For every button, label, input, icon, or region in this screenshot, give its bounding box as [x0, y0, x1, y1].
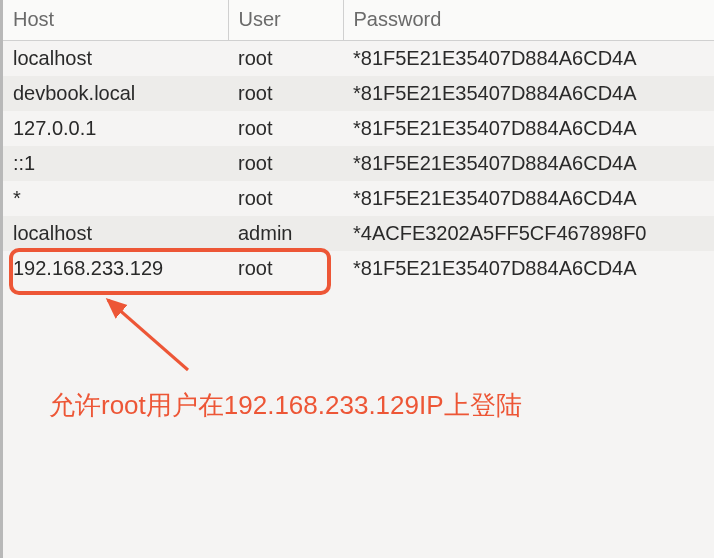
- cell-user[interactable]: root: [228, 40, 343, 76]
- cell-user[interactable]: root: [228, 76, 343, 111]
- cell-host[interactable]: 127.0.0.1: [3, 111, 228, 146]
- cell-password[interactable]: *81F5E21E35407D884A6CD4A: [343, 111, 714, 146]
- annotation-text: 允许root用户在192.168.233.129IP上登陆: [49, 388, 522, 423]
- cell-password[interactable]: *81F5E21E35407D884A6CD4A: [343, 40, 714, 76]
- svg-line-1: [108, 300, 188, 370]
- table-header-row: Host User Password: [3, 0, 714, 40]
- table-row[interactable]: ::1 root *81F5E21E35407D884A6CD4A: [3, 146, 714, 181]
- arrow-annotation-icon: [88, 290, 208, 380]
- cell-host[interactable]: ::1: [3, 146, 228, 181]
- cell-user[interactable]: root: [228, 181, 343, 216]
- table-row[interactable]: 192.168.233.129 root *81F5E21E35407D884A…: [3, 251, 714, 286]
- cell-host[interactable]: *: [3, 181, 228, 216]
- column-header-password[interactable]: Password: [343, 0, 714, 40]
- cell-password[interactable]: *81F5E21E35407D884A6CD4A: [343, 251, 714, 286]
- cell-user[interactable]: admin: [228, 216, 343, 251]
- cell-password[interactable]: *81F5E21E35407D884A6CD4A: [343, 76, 714, 111]
- cell-password[interactable]: *4ACFE3202A5FF5CF467898F0: [343, 216, 714, 251]
- table-row[interactable]: devbook.local root *81F5E21E35407D884A6C…: [3, 76, 714, 111]
- table-body: localhost root *81F5E21E35407D884A6CD4A …: [3, 40, 714, 286]
- cell-password[interactable]: *81F5E21E35407D884A6CD4A: [343, 146, 714, 181]
- cell-password[interactable]: *81F5E21E35407D884A6CD4A: [343, 181, 714, 216]
- cell-user[interactable]: root: [228, 111, 343, 146]
- table-row[interactable]: localhost root *81F5E21E35407D884A6CD4A: [3, 40, 714, 76]
- cell-user[interactable]: root: [228, 251, 343, 286]
- cell-host[interactable]: devbook.local: [3, 76, 228, 111]
- column-header-user[interactable]: User: [228, 0, 343, 40]
- column-header-host[interactable]: Host: [3, 0, 228, 40]
- table-row[interactable]: localhost admin *4ACFE3202A5FF5CF467898F…: [3, 216, 714, 251]
- table-row[interactable]: 127.0.0.1 root *81F5E21E35407D884A6CD4A: [3, 111, 714, 146]
- table-row[interactable]: * root *81F5E21E35407D884A6CD4A: [3, 181, 714, 216]
- cell-host[interactable]: 192.168.233.129: [3, 251, 228, 286]
- cell-host[interactable]: localhost: [3, 216, 228, 251]
- cell-host[interactable]: localhost: [3, 40, 228, 76]
- table-container: Host User Password localhost root *81F5E…: [0, 0, 714, 558]
- user-accounts-table: Host User Password localhost root *81F5E…: [3, 0, 714, 286]
- cell-user[interactable]: root: [228, 146, 343, 181]
